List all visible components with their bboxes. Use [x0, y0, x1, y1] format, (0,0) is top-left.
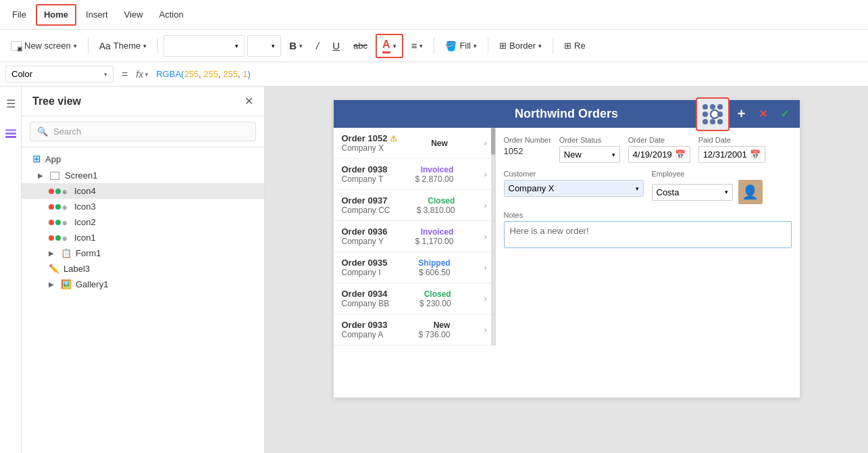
order-item-0934[interactable]: Order 0934 Company BB Closed $ 230.00 › [334, 283, 495, 314]
order-status-chevron-icon: ▾ [612, 151, 615, 158]
font-color-label: A [382, 39, 390, 53]
tree-item-icon3[interactable]: ⊕ Icon3 [22, 199, 264, 214]
tree-item-label3[interactable]: ✏️ Label3 [22, 261, 264, 277]
tree-item-icon4[interactable]: ⊕ Icon4 [22, 183, 264, 199]
menu-action[interactable]: Action [153, 4, 190, 26]
app-header: Northwind Orders [334, 100, 800, 128]
order-status-dropdown[interactable]: New ▾ [559, 146, 620, 163]
border-button[interactable]: ⊞ Border ▾ [494, 34, 547, 58]
search-placeholder: Search [53, 126, 81, 137]
order-status-selected: New [564, 149, 582, 160]
expand-screen1-icon[interactable]: ▶ [38, 172, 46, 179]
order-0937-amount: $ 3,810.00 [417, 206, 455, 215]
formula-equals-sign: = [116, 68, 133, 80]
re-button[interactable]: ⊞ Re [559, 34, 591, 58]
order-item-1052[interactable]: Order 1052 ⚠ Company X New › [334, 128, 495, 159]
order-item-0938[interactable]: Order 0938 Company T Invoiced $ 2,870.00… [334, 159, 495, 190]
rgba-r: 255 [184, 69, 199, 79]
underline-button[interactable]: U [327, 34, 345, 58]
fx-text: fx [136, 69, 143, 80]
employee-dropdown[interactable]: Costa ▾ [652, 184, 733, 201]
order-0934-status: Closed [424, 289, 451, 299]
strikethrough-button[interactable]: abc [348, 34, 373, 58]
order-item-0936[interactable]: Order 0936 Company Y Invoiced $ 1,170.00… [334, 221, 495, 252]
order-0933-status: New [434, 320, 451, 330]
re-label: Re [574, 41, 586, 51]
fill-chevron-icon: ▾ [474, 43, 477, 49]
canvas-area[interactable]: Northwind Orders [265, 87, 868, 453]
order-1052-name: Order 1052 ⚠ [342, 133, 398, 143]
align-chevron-icon: ▾ [419, 43, 423, 49]
fill-button[interactable]: 🪣 Fill ▾ [440, 34, 482, 58]
notes-value: Here is a new order! [510, 226, 589, 236]
check-button[interactable]: ✓ [775, 105, 794, 124]
customer-chevron-icon: ▾ [636, 185, 639, 192]
tree-item-icon1[interactable]: ⊕ Icon1 [22, 230, 264, 245]
customer-dropdown[interactable]: Company X ▾ [504, 180, 644, 197]
order-status-field: Order Status New ▾ [559, 136, 620, 163]
menu-home[interactable]: Home [36, 4, 76, 26]
order-0938-status: Invoiced [421, 165, 454, 174]
order-status-label: Order Status [559, 136, 620, 144]
icon1-badge-container: ⊕ [49, 233, 70, 243]
order-0936-name: Order 0936 [342, 226, 388, 237]
notes-textarea[interactable]: Here is a new order! [504, 221, 792, 248]
tree-item-app-label: App [45, 154, 61, 164]
label-icon: ✏️ [49, 264, 59, 274]
tree-item-gallery1[interactable]: ▶ 🖼️ Gallery1 [22, 277, 264, 292]
close-button[interactable]: ✕ [754, 105, 773, 124]
tree-panel: Tree view ✕ 🔍 Search ⊞ App ▶ Screen1 [22, 87, 265, 453]
tree-item-icon2[interactable]: ⊕ Icon2 [22, 214, 264, 230]
font-size-dropdown[interactable]: ▾ [247, 35, 281, 57]
theme-chevron-icon: ▾ [143, 43, 147, 49]
paid-date-field: Paid Date 12/31/2001 📅 [698, 136, 765, 163]
form-icon: 📋 [61, 248, 72, 258]
italic-button[interactable]: / [311, 34, 324, 58]
layers-icon[interactable] [4, 126, 18, 142]
paid-date-input[interactable]: 12/31/2001 📅 [698, 146, 765, 163]
fx-chevron-icon: ▾ [145, 71, 148, 78]
property-dropdown[interactable]: Color ▾ [5, 66, 113, 82]
hamburger-menu-icon[interactable]: ☰ [1, 92, 21, 116]
icon3-badge-container: ⊕ [49, 201, 70, 212]
font-color-button[interactable]: A ▾ [376, 34, 403, 58]
order-date-value: 4/19/2019 [633, 149, 672, 160]
app-icon: ⊞ [32, 153, 41, 165]
bold-button[interactable]: B ▾ [284, 34, 308, 58]
theme-button[interactable]: Aa Theme ▾ [94, 34, 153, 58]
bold-label: B [289, 40, 297, 51]
order-list: Order 1052 ⚠ Company X New › [334, 128, 496, 345]
list-scrollbar[interactable] [491, 128, 495, 345]
new-screen-chevron-icon: ▾ [74, 43, 77, 49]
order-0935-status: Shipped [418, 258, 450, 268]
order-item-0935[interactable]: Order 0935 Company I Shipped $ 606.50 › [334, 252, 495, 283]
expand-gallery1-icon[interactable]: ▶ [49, 281, 57, 288]
order-date-input[interactable]: 4/19/2019 📅 [628, 146, 690, 163]
font-family-dropdown[interactable]: ▾ [163, 35, 245, 57]
icon2-badge-container: ⊕ [49, 217, 70, 227]
detail-row-2: Customer Company X ▾ Employee Costa [504, 170, 792, 204]
tree-close-button[interactable]: ✕ [245, 95, 253, 108]
order-0934-amount: $ 230.00 [419, 299, 451, 308]
align-button[interactable]: ≡ ▾ [406, 34, 429, 58]
order-item-0937[interactable]: Order 0937 Company CC Closed $ 3,810.00 … [334, 190, 495, 221]
tree-search-input[interactable]: 🔍 Search [30, 122, 256, 141]
theme-label: Theme [113, 41, 141, 51]
order-0938-company: Company T [342, 174, 388, 184]
add-button[interactable]: + [732, 105, 751, 124]
selection-widget[interactable] [696, 97, 730, 131]
tree-item-form1[interactable]: ▶ 📋 Form1 [22, 245, 264, 261]
order-0936-amount: $ 1,170.00 [415, 237, 454, 246]
menu-insert[interactable]: Insert [79, 4, 115, 26]
order-0935-name: Order 0935 [342, 258, 388, 268]
bold-chevron-icon: ▾ [299, 43, 303, 49]
tree-item-screen1[interactable]: ▶ Screen1 [22, 168, 264, 183]
tree-item-app[interactable]: ⊞ App [22, 150, 264, 168]
menu-view[interactable]: View [118, 4, 150, 26]
menu-file[interactable]: File [5, 4, 33, 26]
new-screen-button[interactable]: ▣ New screen ▾ [5, 34, 82, 58]
formula-input[interactable]: RGBA(255, 255, 255, 1) [151, 66, 863, 82]
expand-form1-icon[interactable]: ▶ [49, 249, 57, 257]
formula-fx-label[interactable]: fx ▾ [136, 69, 148, 80]
order-item-0933[interactable]: Order 0933 Company A New $ 736.00 › [334, 314, 495, 345]
